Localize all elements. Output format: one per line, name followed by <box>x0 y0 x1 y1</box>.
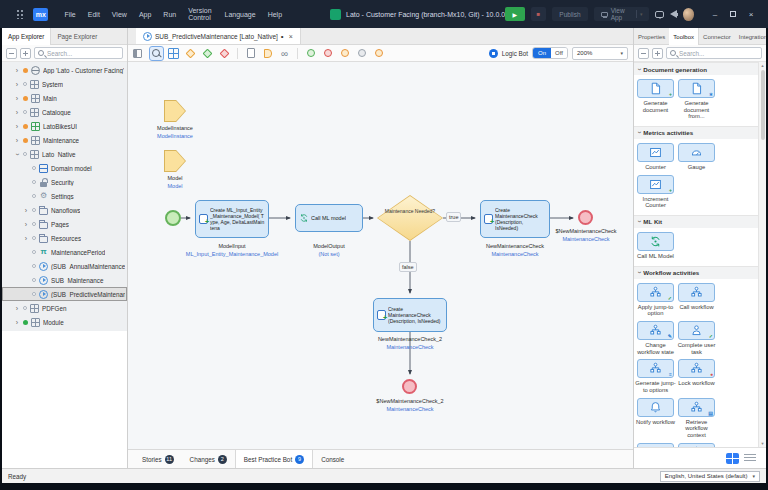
search-input[interactable] <box>679 50 758 57</box>
grid-mode-icon[interactable] <box>167 47 180 60</box>
annotation-d-icon[interactable] <box>261 47 274 60</box>
stop-button[interactable]: ■ <box>531 7 547 21</box>
tab-toolbox[interactable]: Toolbox <box>669 28 699 45</box>
section-header-ml-kit[interactable]: ›ML Kit <box>634 215 758 228</box>
dock-tab-console[interactable]: Console <box>313 450 352 468</box>
expander-icon[interactable]: › <box>23 207 29 214</box>
end-event[interactable] <box>578 210 593 225</box>
expander-icon[interactable]: › <box>14 305 20 312</box>
explorer-search[interactable] <box>34 47 123 59</box>
menu-run[interactable]: Run <box>157 11 182 18</box>
toolbox-item-retrieve-workflow-context[interactable]: ▤Retrieve workflow context <box>676 398 717 439</box>
loop-icon[interactable]: ∞ <box>278 47 291 60</box>
dock-tab-changes[interactable]: Changes2 <box>182 450 235 468</box>
panel-toggle-icon[interactable] <box>133 47 146 60</box>
expand-all-icon[interactable] <box>652 48 663 59</box>
tree-item-settings[interactable]: .⚙Settings <box>2 189 127 203</box>
activity-entity-link[interactable]: (Not set) <box>318 251 339 257</box>
toolbox-item-change-workflow-state[interactable]: ✎Change workflow state <box>635 321 676 355</box>
edge-label-false[interactable]: false <box>399 262 417 272</box>
toolbox-item-complete-user-task[interactable]: ✓Complete user task <box>676 321 717 355</box>
dock-tab-best-practice-bot[interactable]: Best Practice Bot9 <box>235 450 313 468</box>
toolbox-item-call-workflow[interactable]: Call workflow <box>676 283 717 317</box>
run-button[interactable]: ▶ <box>505 7 524 21</box>
tree-item-module[interactable]: ›Module <box>2 315 127 329</box>
expander-icon[interactable]: › <box>14 67 20 74</box>
expander-icon[interactable]: › <box>14 137 20 144</box>
scroll-thumb[interactable] <box>761 70 765 140</box>
toolbox-item-apply-jump-to-option[interactable]: ✓Apply jump-to option <box>635 283 676 317</box>
circle-orange-icon[interactable] <box>338 47 351 60</box>
activity-entity-link[interactable]: ML_Input_Entity_Maintenance_Model <box>186 251 278 257</box>
zoom-select[interactable]: 200% ▾ <box>572 47 628 60</box>
document-tab[interactable]: SUB_PredictiveMaintenance [Lato_Native] … <box>136 28 301 44</box>
diamond-orange-icon[interactable] <box>184 47 197 60</box>
end-event[interactable] <box>402 379 417 394</box>
menu-version-control[interactable]: Version Control <box>182 7 218 21</box>
logic-bot-off[interactable]: Off <box>551 48 567 58</box>
collapse-all-icon[interactable] <box>6 48 17 59</box>
start-event[interactable] <box>165 210 181 226</box>
expander-icon[interactable]: › <box>14 319 20 326</box>
circle-orange-2-icon[interactable] <box>372 47 385 60</box>
tab-integration[interactable]: Integration <box>735 28 766 45</box>
activity-entity-link[interactable]: MaintenanceCheck <box>491 251 538 257</box>
activity-create-maintenance-check[interactable]: Create MaintenanceCheck (Description, Is… <box>480 200 550 238</box>
user-avatar[interactable] <box>683 8 694 21</box>
tree-item-catalogue[interactable]: ›Catalogue <box>2 105 127 119</box>
tab-app-explorer[interactable]: App Explorer <box>2 28 51 45</box>
tree-item-sub-annualmaintenance[interactable]: .(SUB_AnnualMaintenance) <box>2 259 127 273</box>
circle-green-icon[interactable] <box>304 47 317 60</box>
grid-view-icon[interactable] <box>726 453 739 464</box>
toolbox-item-generate-jump-to-options[interactable]: ≡Generate jump-to options <box>635 359 676 393</box>
menu-help[interactable]: Help <box>262 11 288 18</box>
tree-item-system[interactable]: ›System <box>2 77 127 91</box>
section-header-document-generation[interactable]: ›Document generation <box>634 62 758 75</box>
toolbox-item-lock-workflow[interactable]: ●Lock workflow <box>676 359 717 393</box>
language-select[interactable]: English, United States (default) ▾ <box>660 471 760 482</box>
chevron-down-icon[interactable]: ▾ <box>640 11 643 17</box>
scroll-down-icon[interactable]: ▼ <box>759 441 766 446</box>
section-header-workflow-activities[interactable]: ›Workflow activities <box>634 266 758 279</box>
microflow-canvas[interactable]: ModelInstance ModelInstance Model Model … <box>128 62 633 449</box>
close-tab-icon[interactable]: × <box>289 33 293 40</box>
scroll-up-icon[interactable]: ▲ <box>759 63 766 68</box>
app-launcher-grid-icon[interactable] <box>16 9 25 19</box>
zoom-mode-icon[interactable] <box>150 47 163 60</box>
collapse-all-icon[interactable] <box>638 48 649 59</box>
tab-properties[interactable]: Properties <box>634 28 669 45</box>
tree-item-lato-native[interactable]: ›Lato_Native <box>2 147 127 161</box>
publish-button[interactable]: Publish <box>552 7 587 21</box>
maximize-button[interactable] <box>724 10 742 19</box>
activity-create-maintenance-check-2[interactable]: Create MaintenanceCheck (Description, Is… <box>373 298 447 332</box>
activity-entity-link[interactable]: MaintenanceCheck <box>386 344 433 350</box>
tree-item-security[interactable]: .Security <box>2 175 127 189</box>
activity-call-ml-model[interactable]: Call ML model <box>295 204 363 232</box>
tree-item-latobikesui[interactable]: ›LatoBikesUI <box>2 119 127 133</box>
tab-connector[interactable]: Connector <box>699 28 735 45</box>
parameter-entity-link[interactable]: ModelInstance <box>157 133 193 139</box>
tree-item-sub-predictivemaintenance[interactable]: .(SUB_PredictiveMaintenance) <box>2 287 127 301</box>
menu-language[interactable]: Language <box>218 11 261 18</box>
circle-gray-icon[interactable] <box>355 47 368 60</box>
tree-item-main[interactable]: ›Main <box>2 91 127 105</box>
tree-item-sub-maintenance[interactable]: .SUB_Maintenance <box>2 273 127 287</box>
edge-label-true[interactable]: true <box>446 212 461 222</box>
tree-item-maintenanceperiod[interactable]: .πMaintenancePeriod <box>2 245 127 259</box>
dock-tab-stories[interactable]: Stories11 <box>134 450 182 468</box>
tree-item-domain-model[interactable]: .Domain model <box>2 161 127 175</box>
toolbox-item-counter[interactable]: Counter <box>635 143 676 171</box>
end-event-entity-link[interactable]: MaintenanceCheck <box>386 406 433 412</box>
toolbox-search[interactable] <box>666 47 762 59</box>
toolbox-item-generate-document[interactable]: +Generate document <box>635 79 676 120</box>
menu-app[interactable]: App <box>133 11 157 18</box>
list-view-icon[interactable] <box>744 454 756 463</box>
expander-icon[interactable]: › <box>23 221 29 228</box>
tree-item-app-lato-customer-facing[interactable]: ›App 'Lato - Customer Facing' <box>2 63 127 77</box>
toolbox-item-call-ml-model[interactable]: Call ML Model <box>635 232 676 260</box>
end-event-entity-link[interactable]: MaintenanceCheck <box>562 236 609 242</box>
logic-bot-on[interactable]: On <box>533 48 551 58</box>
toolbox-item-generate-document-from[interactable]: ∗Generate document from... <box>676 79 717 120</box>
expander-icon[interactable]: › <box>14 109 20 116</box>
minimize-button[interactable]: – <box>706 10 724 19</box>
